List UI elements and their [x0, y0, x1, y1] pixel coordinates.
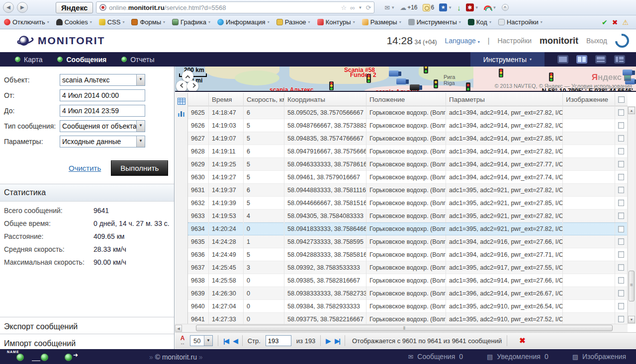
- statusbar-messages[interactable]: ✉Сообщения0: [408, 353, 463, 361]
- forward-icon[interactable]: ►: [17, 2, 28, 13]
- prev-page-button[interactable]: ◀: [233, 337, 237, 345]
- history-clock-icon[interactable]: [423, 4, 430, 11]
- row-checkbox[interactable]: [618, 161, 624, 167]
- scroll-down-icon[interactable]: ▼: [628, 316, 635, 323]
- col-header-time[interactable]: Время: [209, 93, 244, 106]
- hscroll-thumb[interactable]: ⦀: [196, 325, 613, 331]
- table-row[interactable]: 9637 14:25:45 3 58.09392, 38.7583533333 …: [188, 261, 628, 274]
- devtoolbar-menu-item[interactable]: Формы▾: [131, 18, 165, 26]
- devtoolbar-menu-item[interactable]: CSS▾: [99, 18, 125, 26]
- page-number-input[interactable]: [266, 335, 291, 346]
- autofit-columns-icon[interactable]: A↔: [180, 336, 185, 345]
- row-checkbox[interactable]: [618, 316, 624, 322]
- date-from-input[interactable]: 4 Июл 2014 00:00: [60, 89, 145, 101]
- table-view-icon[interactable]: [178, 98, 185, 105]
- address-dropdown-icon[interactable]: ▼: [359, 5, 363, 10]
- map-view[interactable]: РигаRiga Scania #58 Fundex 2 scania Альт…: [175, 67, 636, 92]
- vertical-scrollbar[interactable]: ▲ ▼: [628, 106, 636, 324]
- table-row[interactable]: 9632 14:19:39 5 58.0944666667, 38.758151…: [188, 197, 628, 210]
- row-checkbox[interactable]: [618, 174, 624, 180]
- yandex-button[interactable]: Яндекс: [56, 2, 93, 13]
- row-checkbox[interactable]: [618, 226, 624, 232]
- url-text[interactable]: online.monitorit.ru/service.html?d=5568: [109, 4, 338, 11]
- tools-menu[interactable]: Инструменты ▾: [470, 52, 545, 67]
- chevron-down-icon[interactable]: ▼: [136, 136, 145, 147]
- bookmarks-box-icon[interactable]: ★: [439, 3, 447, 11]
- traffic-light-icon[interactable]: [424, 67, 428, 73]
- col-header-image[interactable]: Изображение: [563, 93, 615, 106]
- layout-combined-icon[interactable]: [614, 55, 625, 64]
- row-checkbox[interactable]: [618, 213, 624, 219]
- row-checkbox[interactable]: [618, 290, 624, 296]
- row-checkbox[interactable]: [618, 251, 624, 258]
- row-checkbox[interactable]: [618, 109, 624, 116]
- row-checkbox[interactable]: [618, 135, 624, 142]
- table-row[interactable]: 9633 14:19:53 4 58.094305, 38.7584083333…: [188, 210, 628, 222]
- table-row[interactable]: 9641 14:27:33 0 58.093775, 38.7582216667…: [188, 313, 628, 324]
- collapse-toolbar-icon[interactable]: ˄: [502, 4, 509, 11]
- table-row[interactable]: 9638 14:25:58 0 58.09385, 38.7582816667 …: [188, 274, 628, 287]
- download-arrow-icon[interactable]: ↓: [457, 3, 461, 12]
- chevron-down-icon[interactable]: ▼: [204, 336, 212, 346]
- table-row[interactable]: 9640 14:27:04 0 58.09384, 38.7582933333 …: [188, 300, 628, 313]
- traffic-light-icon[interactable]: [329, 81, 334, 90]
- traffic-light-icon[interactable]: [549, 73, 553, 81]
- col-header-rownum[interactable]: [188, 93, 209, 106]
- row-checkbox[interactable]: [618, 264, 624, 271]
- traffic-light-icon[interactable]: [499, 69, 503, 77]
- status-dot-icon[interactable]: [16, 354, 24, 361]
- devtoolbar-menu-item[interactable]: Информация▾: [217, 18, 270, 26]
- rainbow-icon[interactable]: [484, 5, 492, 10]
- horizontal-scrollbar[interactable]: ◀ ⦀: [175, 324, 628, 332]
- last-page-button[interactable]: ▶|: [335, 337, 340, 345]
- status-dot-icon[interactable]: [41, 354, 48, 361]
- traffic-light-icon[interactable]: [466, 82, 470, 91]
- pan-right-button[interactable]: [187, 80, 198, 92]
- address-bar[interactable]: online.monitorit.ru/service.html?d=5568 …: [96, 1, 374, 13]
- monitorit-logo[interactable]: MONITORIT: [17, 34, 105, 47]
- row-checkbox[interactable]: [618, 303, 624, 309]
- devtoolbar-menu-item[interactable]: Контуры▾: [317, 18, 355, 26]
- nav-item[interactable]: Отчеты: [121, 56, 154, 64]
- table-row[interactable]: 9629 14:19:25 5 58.0946333333, 38.757861…: [188, 158, 628, 171]
- reload-icon[interactable]: ⟳: [365, 4, 371, 11]
- truck-icon[interactable]: [389, 71, 399, 76]
- layout-single-icon[interactable]: [557, 55, 568, 64]
- reader-glasses-icon[interactable]: ∞: [350, 4, 355, 11]
- cloud-icon[interactable]: ☁: [400, 4, 406, 11]
- traffic-light-icon[interactable]: [434, 79, 438, 88]
- devtoolbar-menu-item[interactable]: Инструменты▾: [408, 18, 461, 26]
- mail-icon[interactable]: ✉: [384, 4, 390, 11]
- layout-split-horizontal-icon[interactable]: [595, 55, 606, 64]
- row-checkbox[interactable]: [618, 200, 624, 206]
- row-checkbox[interactable]: [618, 122, 624, 129]
- back-icon[interactable]: ◄: [3, 2, 14, 13]
- devtoolbar-menu-item[interactable]: Cookies▾: [56, 18, 92, 26]
- validate-check-icon[interactable]: ✔: [602, 18, 608, 26]
- col-header-coords[interactable]: Координаты: [284, 93, 366, 106]
- clear-link[interactable]: Очистить: [69, 164, 101, 172]
- truck-icon[interactable]: [396, 78, 406, 84]
- warnings-icon[interactable]: ⚠: [622, 18, 629, 26]
- page-size-select[interactable]: 50▼: [190, 335, 213, 346]
- pan-left-button[interactable]: [176, 80, 187, 92]
- errors-icon[interactable]: ✖: [612, 18, 618, 26]
- table-row[interactable]: 9630 14:19:27 5 58.09461, 38.7579016667 …: [188, 171, 628, 184]
- execute-button[interactable]: Выполнить: [111, 160, 168, 176]
- addon-snowflake-icon[interactable]: ✱: [466, 3, 474, 11]
- devtoolbar-menu-item[interactable]: Размеры▾: [362, 18, 401, 26]
- chevron-down-icon[interactable]: ▼: [136, 74, 145, 85]
- table-row[interactable]: 9627 14:19:07 5 58.094835, 38.7574766667…: [188, 132, 628, 145]
- bookmark-star-icon[interactable]: ☆: [341, 4, 347, 11]
- statistics-header[interactable]: Статистика: [0, 184, 174, 202]
- select-all-checkbox[interactable]: [618, 96, 625, 103]
- traffic-light-icon[interactable]: [366, 74, 371, 83]
- devtoolbar-menu-item[interactable]: Код▾: [468, 18, 491, 26]
- language-menu[interactable]: Language ▾: [445, 37, 480, 45]
- nav-item[interactable]: Карта: [15, 56, 42, 64]
- table-row[interactable]: 9628 14:19:11 6 58.0947916667, 38.757566…: [188, 145, 628, 158]
- close-panel-icon[interactable]: ✖: [519, 336, 526, 345]
- statusbar-notifications[interactable]: ▤Уведомления0: [487, 353, 548, 361]
- col-header-speed[interactable]: Скорость, км/ч: [244, 93, 284, 106]
- nav-item[interactable]: Сообщения: [57, 56, 106, 64]
